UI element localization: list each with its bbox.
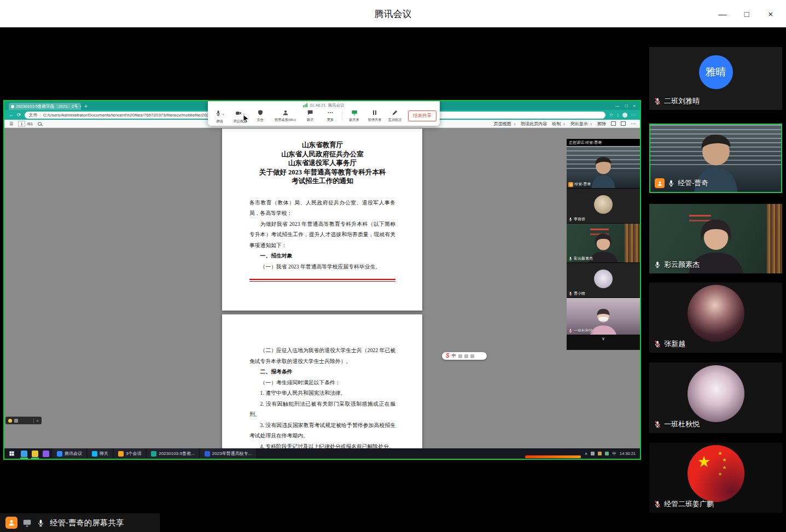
pause-share-button[interactable]: 暂停共享 [366, 108, 383, 124]
more-button[interactable]: 更多 [322, 108, 339, 124]
participant-tile-caoqi[interactable]: 经管-曹奇 [649, 124, 782, 193]
window-titlebar: 腾讯会议 — □ × [0, 0, 786, 27]
tab-close-icon[interactable]: × [79, 104, 81, 108]
doc-salutation: 各市教育（教体）局、人民政府征兵办公室、退役军人事务局，各高等学校： [249, 197, 395, 219]
end-share-button[interactable]: 结束共享 [408, 110, 436, 121]
doc-heading-2: 二、报考条件 [249, 366, 395, 377]
participant-name: 张新越 [664, 339, 685, 349]
downloads-icon[interactable]: ↓ [617, 112, 620, 118]
browser-maximize-button[interactable]: □ [625, 103, 627, 108]
browser-minimize-button[interactable]: — [615, 103, 619, 108]
participant-tile-yansujie[interactable]: 彩云颜素杰 [649, 204, 782, 273]
annotation-button[interactable]: 互动批注 [386, 108, 404, 124]
pinned-app-icon[interactable] [21, 451, 27, 457]
participant-tile-liuyaqing[interactable]: 雅晴 二班刘雅晴 [649, 47, 782, 110]
save-icon[interactable] [621, 121, 626, 126]
taskbar-app-label: 20230103-5鲁教... [159, 451, 194, 457]
doc-title-line-5: 考试招生工作的通知 [249, 177, 395, 186]
ime-status-bar[interactable]: S 中 [442, 352, 487, 360]
participant-tile-zhangxinyue[interactable]: 张新越 [649, 283, 782, 353]
avatar-photo [688, 285, 744, 342]
share-banner-text: 经管-曹奇的屏幕共享 [50, 518, 124, 528]
ime-mode[interactable]: 中 [452, 353, 457, 359]
pdf-page-1: 山东省教育厅 山东省人民政府征兵办公室 山东省退役军人事务厅 关于做好 2023… [222, 128, 422, 311]
chevron-down-icon: ∨ [590, 122, 592, 126]
maximize-button[interactable]: □ [735, 0, 759, 27]
red-divider-line [249, 279, 395, 282]
pinned-app-icon[interactable] [32, 451, 38, 457]
ime-tool-icon[interactable] [470, 354, 474, 358]
avatar: 雅晴 [699, 55, 733, 89]
erase-label: 擦除 [597, 121, 606, 127]
collapse-chevron-icon[interactable]: < [36, 418, 39, 423]
minimize-button[interactable]: — [711, 0, 735, 27]
participants-sidebar: 雅晴 二班刘雅晴 经管-曹奇 [645, 27, 786, 532]
presenter-icon [5, 517, 18, 529]
participant-name: 曹小雨 [574, 291, 585, 296]
pdf-more-icon[interactable]: ⋯ [631, 121, 635, 126]
highlight-button[interactable]: 突出显示 ∨ [570, 121, 592, 127]
float-tile-caoxiaoyu[interactable]: 曹小雨 [567, 263, 640, 298]
taskbar-progress-bar [525, 455, 581, 458]
search-icon[interactable] [38, 122, 42, 126]
ime-tool-icon[interactable] [464, 354, 468, 358]
pinned-app-icon[interactable] [43, 451, 49, 457]
print-icon[interactable] [611, 121, 616, 126]
pill-divider [33, 418, 34, 423]
taskbar-app-meeting[interactable]: 腾讯会议 [53, 448, 86, 459]
start-button[interactable] [4, 448, 19, 459]
participant-name: 经管-曹奇 [574, 182, 591, 187]
participant-tile-jiangguangpeng[interactable]: ★ ★ ★ ★ ★ 经管二班姜广鹏 [649, 443, 782, 513]
close-button[interactable]: × [759, 0, 783, 27]
erase-button[interactable]: 擦除 [597, 121, 606, 127]
taskbar-app-doc[interactable]: 2023年普通高校专... [200, 448, 256, 459]
tray-icon[interactable] [598, 452, 602, 455]
float-tile-libaiqiao[interactable]: 李百侨 [567, 189, 640, 224]
new-share-button[interactable]: 新共享 [346, 108, 363, 124]
browser-tab[interactable]: 20230103-5鲁教字函〔2023〕2号 × [9, 103, 81, 110]
clock[interactable]: 14:30:21 [620, 451, 636, 456]
participant-name: 彩云颜素杰 [664, 260, 700, 270]
refresh-icon[interactable]: ⟳ [17, 112, 21, 118]
float-tile-duqiuyue[interactable]: 一班杜秋悦 [567, 298, 640, 335]
toc-menu-icon[interactable]: ☰ [9, 121, 13, 126]
taskbar-app-pdf[interactable]: 20230103-5鲁教... [147, 448, 199, 459]
meeting-stage: 20230103-5鲁教字函〔2023〕2号 × + — □ × ← ⟳ 文件 … [0, 27, 786, 532]
taskbar-app-chat[interactable]: 聊天 [88, 448, 113, 459]
avatar [594, 270, 613, 288]
mini-toolbar-collapsed[interactable]: < [5, 417, 42, 424]
avatar-photo [688, 365, 744, 422]
page-number-input[interactable]: 1 [18, 121, 25, 127]
chat-button[interactable]: 聊天 [301, 108, 319, 124]
float-tile-yansujie[interactable]: 彩云颜素杰 [567, 224, 640, 263]
favorites-icon[interactable]: ☆ [609, 112, 613, 118]
avatar-text: 雅晴 [706, 65, 726, 79]
profile-avatar[interactable] [622, 113, 627, 118]
back-icon[interactable]: ← [9, 112, 14, 118]
participant-tile-duqiuyue[interactable]: 一班杜秋悦 [649, 363, 782, 433]
ime-indicator[interactable]: 中 [612, 451, 616, 457]
participant-label: 彩云颜素杰 [654, 260, 700, 270]
float-tile-label: 经管-曹奇 [568, 182, 591, 187]
browser-menu-icon[interactable]: ⋯ [631, 112, 636, 118]
manage-members-button[interactable]: 管理成员(99+) [272, 108, 299, 124]
ime-logo[interactable]: S [446, 353, 450, 359]
browser-close-button[interactable]: × [633, 103, 636, 108]
security-button[interactable]: 安全 [252, 108, 269, 124]
read-aloud-button[interactable]: 朗读此页内容 [521, 121, 547, 127]
tray-icon[interactable] [591, 452, 595, 455]
tray-expand-icon[interactable]: ∧ [585, 451, 588, 456]
new-tab-button[interactable]: + [84, 103, 88, 109]
meeting-app-name: 腾讯会议 [328, 103, 345, 108]
floating-participant-panel: 正在讲话:经管-曹奇 经管-曹奇 李百侨 [567, 139, 640, 350]
participant-name: 经管-曹奇 [678, 178, 708, 188]
mute-button[interactable]: ∨ 静音 [211, 108, 229, 124]
float-tile-caoqi[interactable]: 经管-曹奇 [567, 146, 640, 189]
taskbar-app-sessions[interactable]: 3个会话 [114, 448, 145, 459]
page-view-button[interactable]: 页面视图 ∨ [494, 121, 516, 127]
tray-icon[interactable] [605, 452, 609, 455]
presenter-icon [655, 178, 665, 188]
draw-button[interactable]: 绘制 ∨ [552, 121, 565, 127]
collapse-panel-button[interactable]: ∨ [567, 335, 640, 342]
ime-tool-icon[interactable] [458, 354, 462, 358]
